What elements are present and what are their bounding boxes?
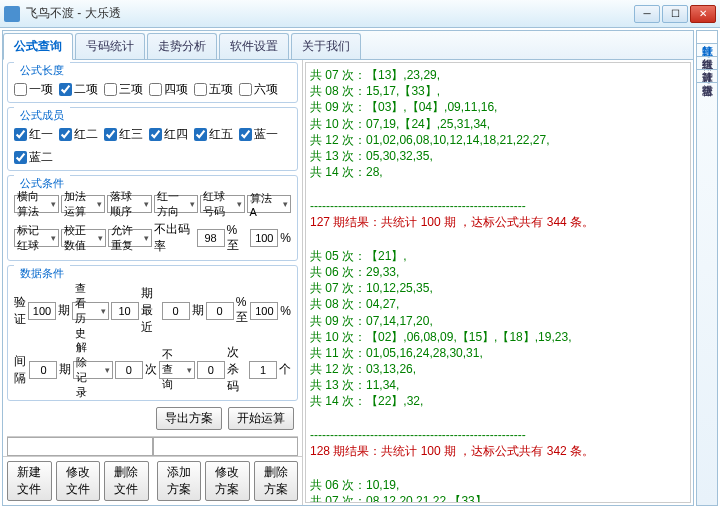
chk-红一[interactable]: 红一 <box>14 126 53 143</box>
output-line: 共 07 次：08,12,20,21,22,【33】, <box>310 493 686 503</box>
output-line: 共 09 次：07,14,17,20, <box>310 313 686 329</box>
checkbox[interactable] <box>14 151 27 164</box>
checkbox[interactable] <box>59 83 72 96</box>
tab-2[interactable]: 走势分析 <box>147 33 217 59</box>
del-plan-button[interactable]: 删除方案 <box>254 461 299 501</box>
sidetab-3[interactable]: 蓝球组合 <box>697 70 717 83</box>
combo[interactable]: 落球顺序 <box>107 195 152 213</box>
titlebar: 飞鸟不渡 - 大乐透 ─ ☐ ✕ <box>0 0 720 28</box>
app-icon <box>4 6 20 22</box>
chk-一项[interactable]: 一项 <box>14 81 53 98</box>
sidetab-2[interactable]: 计算蓝球 <box>697 57 717 70</box>
output-line: 共 10 次：【02】,06,08,09,【15】,【18】,19,23, <box>310 329 686 345</box>
output-line: 共 07 次：【13】,23,29, <box>310 67 686 83</box>
tab-3[interactable]: 软件设置 <box>219 33 289 59</box>
output-console[interactable]: 共 07 次：【13】,23,29,共 08 次：15,17,【33】,共 09… <box>305 62 691 503</box>
recent-n[interactable] <box>162 302 190 320</box>
checkbox[interactable] <box>14 128 27 141</box>
combo[interactable]: 算法 A <box>247 195 292 213</box>
checkbox[interactable] <box>104 128 117 141</box>
edit-file-button[interactable]: 修改文件 <box>56 461 101 501</box>
group-members: 公式成员 红一红二红三红四红五蓝一蓝二 <box>7 107 298 171</box>
chk-六项[interactable]: 六项 <box>239 81 278 98</box>
tab-1[interactable]: 号码统计 <box>75 33 145 59</box>
add-plan-button[interactable]: 添加方案 <box>157 461 202 501</box>
combo[interactable]: 校正数值 <box>61 229 106 247</box>
checkbox[interactable] <box>149 83 162 96</box>
output-line: 共 06 次：10,19, <box>310 477 686 493</box>
chk-二项[interactable]: 二项 <box>59 81 98 98</box>
checkbox[interactable] <box>104 83 117 96</box>
chk-红二[interactable]: 红二 <box>59 126 98 143</box>
window-controls: ─ ☐ ✕ <box>634 5 716 23</box>
rate-to[interactable] <box>250 229 278 247</box>
mod-plan-button[interactable]: 修改方案 <box>205 461 250 501</box>
checkbox[interactable] <box>239 128 252 141</box>
checkbox[interactable] <box>239 83 252 96</box>
chk-蓝一[interactable]: 蓝一 <box>239 126 278 143</box>
group-length: 公式长度 一项二项三项四项五项六项 <box>7 62 298 103</box>
list-pane-right[interactable] <box>153 437 299 456</box>
summary-line: 128 期结果：共统计 100 期 ，达标公式共有 342 条。 <box>310 443 686 459</box>
noquery-combo[interactable]: 不查询 <box>159 361 195 379</box>
group-conditions: 公式条件 横向算法加法运算落球顺序红一方向红球号码算法 A 标记红球校正数值允许… <box>7 175 298 261</box>
output-line: 共 13 次：11,34, <box>310 377 686 393</box>
delete-file-button[interactable]: 删除文件 <box>104 461 149 501</box>
tab-4[interactable]: 关于我们 <box>291 33 361 59</box>
checkbox[interactable] <box>194 83 207 96</box>
output-line: 共 06 次：29,33, <box>310 264 686 280</box>
verify-n[interactable] <box>28 302 56 320</box>
combo[interactable]: 加法运算 <box>61 195 106 213</box>
minimize-button[interactable]: ─ <box>634 5 660 23</box>
checkbox[interactable] <box>149 128 162 141</box>
chk-红三[interactable]: 红三 <box>104 126 143 143</box>
run-button[interactable]: 开始运算 <box>228 407 294 430</box>
list-pane-left[interactable] <box>7 437 153 456</box>
checkbox[interactable] <box>14 83 27 96</box>
chk-四项[interactable]: 四项 <box>149 81 188 98</box>
new-file-button[interactable]: 新建文件 <box>7 461 52 501</box>
window-title: 飞鸟不渡 - 大乐透 <box>26 5 634 22</box>
chk-五项[interactable]: 五项 <box>194 81 233 98</box>
output-line: 共 10 次：07,19,【24】,25,31,34, <box>310 116 686 132</box>
release-combo[interactable]: 解除记录 <box>73 361 112 379</box>
combo[interactable]: 红一方向 <box>154 195 199 213</box>
close-button[interactable]: ✕ <box>690 5 716 23</box>
combo[interactable]: 横向算法 <box>14 195 59 213</box>
output-line: 共 07 次：10,12,25,35, <box>310 280 686 296</box>
side-tabs: 计算红球红球组合计算蓝球蓝球组合 <box>696 30 718 506</box>
output-line: 共 08 次：04,27, <box>310 296 686 312</box>
kill-n[interactable] <box>249 361 277 379</box>
output-line: 共 14 次：28, <box>310 164 686 180</box>
combo[interactable]: 允许重复 <box>108 229 153 247</box>
checkbox[interactable] <box>194 128 207 141</box>
pc-to[interactable] <box>250 302 278 320</box>
output-line: 共 05 次：【21】, <box>310 248 686 264</box>
output-line: 共 11 次：01,05,16,24,28,30,31, <box>310 345 686 361</box>
chk-蓝二[interactable]: 蓝二 <box>14 149 53 166</box>
tab-0[interactable]: 公式查询 <box>3 33 73 60</box>
maximize-button[interactable]: ☐ <box>662 5 688 23</box>
chk-三项[interactable]: 三项 <box>104 81 143 98</box>
summary-line: 127 期结果：共统计 100 期 ，达标公式共有 344 条。 <box>310 214 686 230</box>
rate-from[interactable] <box>197 229 225 247</box>
output-line: 共 13 次：05,30,32,35, <box>310 148 686 164</box>
history-combo[interactable]: 查看历史 <box>72 302 109 320</box>
nq-n[interactable] <box>197 361 225 379</box>
sidetab-1[interactable]: 红球组合 <box>697 44 717 57</box>
rel-n[interactable] <box>115 361 143 379</box>
group-data: 数据条件 验证期 查看历史 期 最近 期 % 至 % 间隔期 解除记录 次 不查… <box>7 265 298 401</box>
output-line: 共 08 次：15,17,【33】, <box>310 83 686 99</box>
chk-红四[interactable]: 红四 <box>149 126 188 143</box>
sidetab-0[interactable]: 计算红球 <box>697 31 717 44</box>
combo[interactable]: 标记红球 <box>14 229 59 247</box>
combo[interactable]: 红球号码 <box>200 195 245 213</box>
output-line: 共 12 次：03,13,26, <box>310 361 686 377</box>
export-button[interactable]: 导出方案 <box>156 407 222 430</box>
chk-红五[interactable]: 红五 <box>194 126 233 143</box>
hist-n[interactable] <box>111 302 139 320</box>
pc-from[interactable] <box>206 302 234 320</box>
checkbox[interactable] <box>59 128 72 141</box>
gap-n[interactable] <box>29 361 57 379</box>
output-line: 共 12 次：01,02,06,08,10,12,14,18,21,22,27, <box>310 132 686 148</box>
